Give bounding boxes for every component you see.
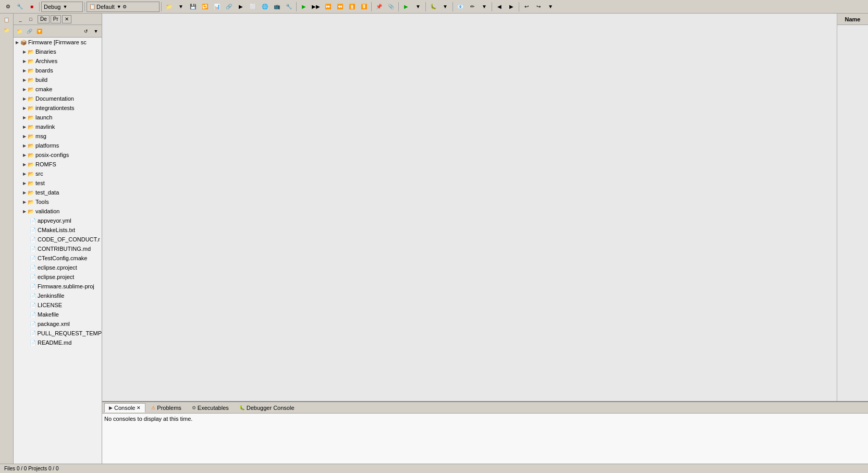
tree-item-launch[interactable]: ▶ 📂 launch: [14, 113, 102, 122]
toolbar-btn10[interactable]: 📺: [271, 2, 283, 12]
tree-item-firmware[interactable]: ▶ 📦 Firmware [Firmware sc: [14, 38, 102, 47]
tree-item-romfs[interactable]: ▶ 📂 ROMFS: [14, 160, 102, 169]
toolbar-hist[interactable]: ↩: [521, 2, 532, 12]
toolbar-btn8[interactable]: ⬜: [247, 2, 259, 12]
toolbar-btn5[interactable]: 📊: [211, 2, 223, 12]
toolbar-step[interactable]: ⏩: [322, 2, 334, 12]
toolbar-btn7[interactable]: ▶: [235, 2, 247, 12]
toolbar-btn11[interactable]: 🔧: [283, 2, 295, 12]
tree-item-code-conduct[interactable]: ▶ 📄 CODE_OF_CONDUCT.r: [14, 235, 102, 244]
panel-collapse[interactable]: 📁: [15, 27, 24, 36]
panel-refresh[interactable]: ↺: [81, 27, 91, 36]
toolbar-run-dropdown[interactable]: ▼: [412, 2, 424, 12]
tree-item-validation[interactable]: ▶ 📂 validation: [14, 207, 102, 216]
tree-icon-posix-configs: 📂: [27, 151, 34, 159]
tree-item-appveyor[interactable]: ▶ 📄 appveyor.yml: [14, 216, 102, 225]
panel-minimize[interactable]: _: [16, 15, 25, 23]
toolbar-step3[interactable]: ⏫: [346, 2, 358, 12]
config-settings-icon[interactable]: ⚙: [123, 4, 127, 9]
tree-icon-archives: 📂: [27, 57, 34, 65]
tree-item-tools[interactable]: ▶ 📂 Tools: [14, 197, 102, 207]
tree-item-cmakelists[interactable]: ▶ 📄 CMakeLists.txt: [14, 225, 102, 235]
tab-console[interactable]: ▶ Console ✕: [104, 403, 145, 413]
tab-executables[interactable]: ⚙ Executables: [187, 403, 234, 413]
toolbar-hist-dropdown[interactable]: ▼: [545, 2, 556, 12]
debug-dropdown[interactable]: Debug ▼: [41, 2, 83, 12]
side-icon-1[interactable]: 📋: [0, 15, 13, 25]
debug-dropdown-arrow: ▼: [63, 4, 67, 9]
tab-close[interactable]: ✕: [62, 15, 71, 23]
tree-item-integrationtests[interactable]: ▶ 📂 integrationtests: [14, 103, 102, 113]
tree-item-test-data[interactable]: ▶ 📂 test_data: [14, 188, 102, 197]
toolbar-highlight-dropdown[interactable]: ▼: [479, 2, 490, 12]
toolbar-new[interactable]: 📁: [163, 2, 175, 12]
tree-item-archives[interactable]: ▶ 📂 Archives: [14, 56, 102, 66]
tab-problems[interactable]: ⚠ Problems: [146, 403, 186, 413]
toolbar-extra2[interactable]: 📎: [385, 2, 397, 12]
tree-item-documentation[interactable]: ▶ 📂 Documentation: [14, 94, 102, 103]
toolbar-nav-fwd[interactable]: ▶: [506, 2, 517, 12]
tree-icon-test: 📂: [27, 179, 34, 187]
tab-debugger-console[interactable]: 🐛 Debugger Console: [235, 403, 299, 413]
tree-item-cmake[interactable]: ▶ 📂 cmake: [14, 84, 102, 94]
toolbar-btn3[interactable]: 💾: [187, 2, 199, 12]
tree-item-eclipse-project[interactable]: ▶ 📄 eclipse.project: [14, 272, 102, 282]
tree-item-posix-configs[interactable]: ▶ 📂 posix-configs: [14, 150, 102, 160]
toolbar-btn9[interactable]: 🌐: [259, 2, 271, 12]
toolbar-extra1[interactable]: 📌: [373, 2, 385, 12]
toolbar-debug-dropdown[interactable]: ▼: [439, 2, 451, 12]
toolbar-nav-back[interactable]: ◀: [494, 2, 505, 12]
tab-de[interactable]: De: [38, 15, 50, 23]
tree-item-build[interactable]: ▶ 📂 build: [14, 75, 102, 84]
tree-item-src[interactable]: ▶ 📂 src: [14, 169, 102, 178]
side-icon-2[interactable]: 📁: [0, 25, 13, 35]
toolbar-btn-build[interactable]: 🔧: [14, 2, 26, 12]
config-dropdown-label: Default: [96, 4, 115, 10]
console-tab-label: Console: [114, 405, 135, 411]
tree-icon-cmakelists: 📄: [29, 226, 36, 234]
panel-maximize[interactable]: □: [26, 15, 35, 23]
config-dropdown[interactable]: 📋 Default ▼ ⚙: [87, 2, 160, 12]
tree-item-contributing[interactable]: ▶ 📄 CONTRIBUTING.md: [14, 244, 102, 253]
tree-item-readme[interactable]: ▶ 📄 README.md: [14, 338, 102, 347]
tree-item-license[interactable]: ▶ 📄 LICENSE: [14, 300, 102, 310]
tree-item-mavlink[interactable]: ▶ 📂 mavlink: [14, 122, 102, 131]
console-tab-close[interactable]: ✕: [137, 405, 141, 410]
left-side-icons: 📋 📁: [0, 14, 14, 464]
toolbar-highlight[interactable]: ✏: [467, 2, 478, 12]
panel-menu[interactable]: ▼: [91, 27, 101, 36]
tree-item-jenkinsfile[interactable]: ▶ 📄 Jenkinsfile: [14, 291, 102, 300]
toolbar-run2[interactable]: ▶▶: [310, 2, 322, 12]
panel-link[interactable]: 🔗: [25, 27, 34, 36]
tree-item-pull-request[interactable]: ▶ 📄 PULL_REQUEST_TEMP: [14, 329, 102, 338]
tree-label-firmware: Firmware [Firmware sc: [28, 39, 87, 45]
toolbar-step2[interactable]: ⏪: [334, 2, 346, 12]
tree-item-package-xml[interactable]: ▶ 📄 package.xml: [14, 319, 102, 329]
toolbar-hist2[interactable]: ↪: [533, 2, 544, 12]
toolbar-run[interactable]: ▶: [298, 2, 310, 12]
toolbar-btn-settings[interactable]: ⚙: [2, 2, 14, 12]
toolbar-step4[interactable]: ⏬: [358, 2, 370, 12]
tree-item-binaries[interactable]: ▶ 📂 Binaries: [14, 47, 102, 56]
tree-item-test[interactable]: ▶ 📂 test: [14, 178, 102, 188]
toolbar-debug[interactable]: 🐛: [427, 2, 439, 12]
toolbar-run-green[interactable]: ▶: [400, 2, 412, 12]
toolbar-btn-stop[interactable]: ■: [26, 2, 38, 12]
tab-pr[interactable]: Pr: [51, 15, 61, 23]
toolbar-search[interactable]: 📧: [455, 2, 466, 12]
toolbar-btn4[interactable]: 🔁: [199, 2, 211, 12]
toolbar-btn6[interactable]: 🔗: [223, 2, 235, 12]
tree-item-boards[interactable]: ▶ 📂 boards: [14, 66, 102, 75]
tree-item-makefile[interactable]: ▶ 📄 Makefile: [14, 310, 102, 319]
tree-item-msg[interactable]: ▶ 📂 msg: [14, 131, 102, 141]
tree-label-binaries: Binaries: [35, 48, 56, 55]
tree-item-ctestconfig[interactable]: ▶ 📄 CTestConfig.cmake: [14, 253, 102, 263]
tree-icon-documentation: 📂: [27, 95, 34, 102]
panel-filter[interactable]: 🔽: [34, 27, 44, 36]
status-bar-text: Files 0 / 0 Projects 0 / 0: [4, 466, 59, 471]
tree-item-eclipse-cproject[interactable]: ▶ 📄 eclipse.cproject: [14, 263, 102, 272]
tree-icon-launch: 📂: [27, 114, 34, 121]
tree-item-platforms[interactable]: ▶ 📂 platforms: [14, 141, 102, 150]
toolbar-btn2[interactable]: ▼: [175, 2, 187, 12]
tree-item-firmware-sublime[interactable]: ▶ 📄 Firmware.sublime-proj: [14, 282, 102, 291]
